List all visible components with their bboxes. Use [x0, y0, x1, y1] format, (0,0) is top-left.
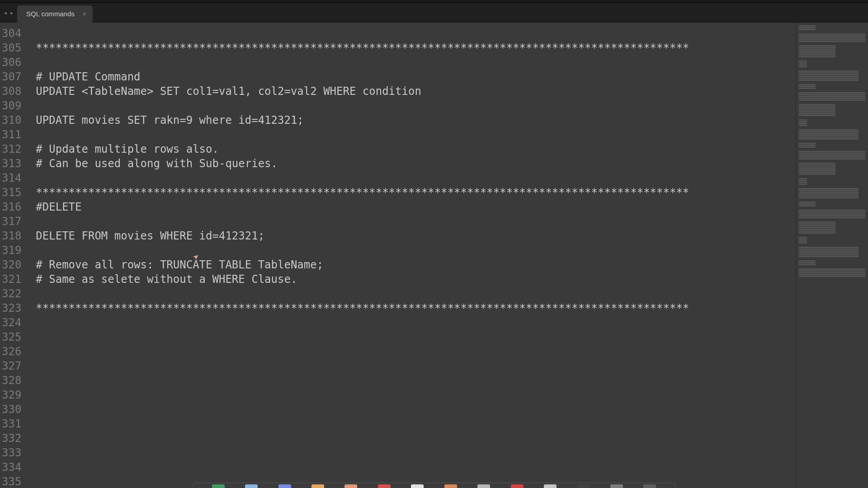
code-line[interactable] — [36, 243, 796, 258]
tab-nav-forward-icon[interactable]: ▸ — [9, 9, 14, 16]
code-line[interactable]: # Remove all rows: TRUNCATE TABLE TableN… — [36, 258, 796, 272]
minimap-line — [799, 203, 816, 205]
line-number: 318 — [2, 229, 21, 243]
code-line[interactable]: DELETE FROM movies WHERE id=412321; — [36, 229, 796, 243]
minimap-line — [799, 215, 865, 216]
minimap-line — [799, 183, 807, 185]
dock-app-icon[interactable] — [212, 484, 225, 488]
code-line[interactable] — [36, 431, 796, 446]
minimap-line — [799, 108, 835, 109]
minimap-line — [799, 229, 835, 230]
minimap-line — [799, 276, 865, 277]
minimap-line — [799, 153, 865, 154]
minimap[interactable] — [796, 23, 868, 488]
code-line[interactable] — [36, 55, 796, 70]
minimap-line — [799, 210, 865, 211]
tab-sql-commands[interactable]: SQL commands × — [17, 5, 93, 23]
dock-app-icon[interactable] — [344, 484, 357, 488]
code-line[interactable]: ****************************************… — [36, 301, 796, 315]
minimap-line — [799, 121, 807, 122]
minimap-line — [799, 94, 865, 95]
dock-app-icon[interactable] — [477, 484, 490, 488]
minimap-line — [799, 54, 835, 56]
dock-app-icon[interactable] — [610, 484, 623, 488]
code-line[interactable] — [36, 99, 796, 113]
minimap-line — [799, 61, 807, 62]
code-line[interactable] — [36, 315, 796, 330]
code-line[interactable]: ****************************************… — [36, 41, 796, 55]
dock-app-icon[interactable] — [444, 484, 457, 488]
minimap-line — [799, 98, 865, 99]
line-number: 313 — [2, 156, 21, 171]
code-line[interactable]: UPDATE <TableName> SET col1=val1, col2=v… — [36, 84, 796, 99]
code-line[interactable] — [36, 373, 796, 388]
dock-app-icon[interactable] — [577, 484, 590, 488]
code-line[interactable] — [36, 330, 796, 344]
line-number: 320 — [2, 258, 21, 272]
minimap-line — [799, 174, 835, 175]
code-line[interactable]: UPDATE movies SET rakn=9 where id=412321… — [36, 113, 796, 127]
code-line[interactable] — [36, 344, 796, 359]
dock-app-icon[interactable] — [411, 484, 424, 488]
minimap-line — [799, 197, 859, 198]
code-line[interactable]: # Update multiple rows also. — [36, 142, 796, 156]
dock-app-icon[interactable] — [544, 484, 557, 488]
code-line[interactable] — [36, 286, 796, 301]
dock-app-icon[interactable] — [311, 484, 324, 488]
line-number: 316 — [2, 200, 21, 214]
code-line[interactable] — [36, 127, 796, 142]
minimap-line — [799, 49, 835, 50]
line-number: 308 — [2, 84, 21, 99]
line-number: 334 — [2, 460, 21, 474]
line-number: 317 — [2, 214, 21, 229]
minimap-line — [799, 119, 807, 121]
code-area[interactable]: ****************************************… — [27, 23, 796, 488]
minimap-line — [799, 151, 865, 152]
minimap-line — [799, 232, 835, 234]
minimap-line — [799, 270, 865, 272]
minimap-line — [799, 256, 859, 257]
minimap-line — [799, 109, 835, 111]
dock[interactable] — [192, 483, 676, 488]
minimap-line — [799, 111, 835, 113]
code-line[interactable]: # Can be used along with Sub-queries. — [36, 156, 796, 171]
code-line[interactable] — [36, 171, 796, 185]
code-line[interactable]: # Same as selete without a WHERE Clause. — [36, 272, 796, 286]
line-number: 307 — [2, 70, 21, 84]
minimap-line — [799, 163, 835, 164]
tab-close-icon[interactable]: × — [83, 11, 86, 17]
code-line[interactable] — [36, 417, 796, 431]
minimap-line — [799, 74, 859, 75]
code-line[interactable] — [36, 388, 796, 402]
line-number: 322 — [2, 286, 21, 301]
minimap-line — [799, 113, 835, 114]
minimap-line — [799, 274, 865, 275]
line-number: 331 — [2, 417, 21, 431]
dock-app-icon[interactable] — [278, 484, 291, 488]
editor[interactable]: 3043053063073083093103113123133143153163… — [0, 23, 796, 488]
code-line[interactable] — [36, 402, 796, 417]
minimap-line — [799, 41, 865, 42]
tab-nav-back-icon[interactable]: ◂ — [3, 9, 8, 16]
code-line[interactable]: ****************************************… — [36, 185, 796, 200]
dock-app-icon[interactable] — [511, 484, 524, 488]
code-line[interactable] — [36, 214, 796, 229]
dock-app-icon[interactable] — [245, 484, 258, 488]
code-line[interactable]: # UPDATE Command — [36, 70, 796, 84]
minimap-line — [799, 96, 865, 97]
minimap-line — [799, 131, 859, 132]
minimap-line — [799, 84, 816, 85]
code-line[interactable] — [36, 359, 796, 373]
code-line[interactable] — [36, 460, 796, 474]
code-line[interactable]: #DELETE — [36, 200, 796, 214]
code-line[interactable] — [36, 26, 796, 41]
minimap-line — [799, 195, 859, 197]
dock-app-icon[interactable] — [378, 484, 391, 488]
minimap-line — [799, 135, 859, 136]
minimap-line — [799, 52, 835, 54]
dock-app-icon[interactable] — [643, 484, 656, 488]
minimap-line — [799, 158, 865, 160]
minimap-line — [799, 25, 816, 27]
code-line[interactable] — [36, 446, 796, 460]
line-number: 330 — [2, 402, 21, 417]
